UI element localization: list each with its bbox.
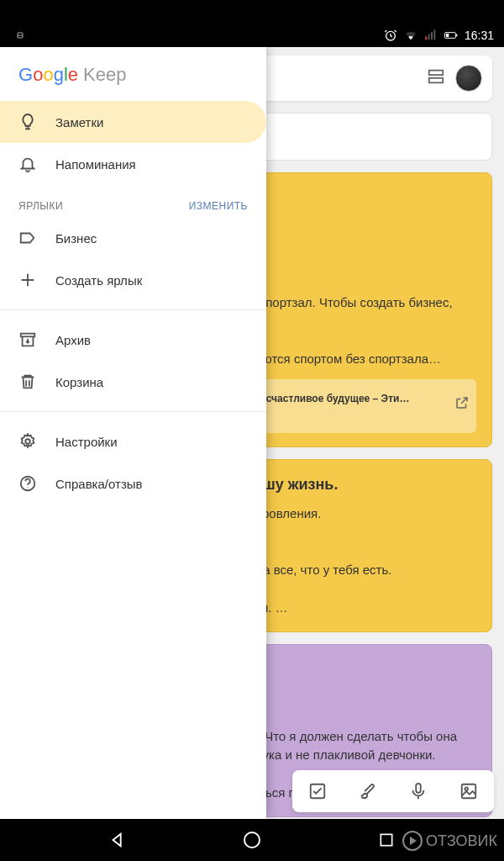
svg-point-14 (465, 787, 468, 790)
drawer-header: Google Keep (0, 47, 266, 101)
gear-icon (18, 432, 37, 451)
view-toggle-icon[interactable] (427, 67, 445, 89)
drawer-item-label: Заметки (55, 115, 103, 129)
home-button[interactable] (239, 827, 265, 853)
archive-icon (18, 330, 37, 349)
watermark: ОТЗОВИК (402, 831, 497, 851)
svg-rect-4 (431, 32, 433, 40)
drawer-item-settings[interactable]: Настройки (0, 420, 266, 462)
divider (0, 309, 266, 310)
play-icon (402, 831, 423, 851)
svg-rect-15 (21, 334, 35, 337)
svg-rect-10 (429, 78, 444, 83)
svg-point-18 (244, 832, 260, 848)
drawer-item-label: Архив (55, 333, 91, 347)
drawer-item-label-business[interactable]: Бизнес (0, 217, 266, 259)
drawer-item-archive[interactable]: Архив (0, 319, 266, 361)
status-time: 16:31 (465, 29, 494, 42)
drawer-item-label: Создать ярлык (55, 273, 142, 288)
drawer-item-create-label[interactable]: Создать ярлык (0, 259, 266, 301)
lightbulb-icon (18, 113, 37, 131)
mic-icon[interactable] (406, 779, 431, 804)
navigation-drawer: Google Keep Заметки Напоминания ЯРЛЫКИ И… (0, 47, 266, 819)
trash-icon (18, 372, 37, 391)
drawer-item-label: Бизнес (55, 231, 97, 246)
svg-rect-12 (416, 784, 421, 793)
battery-icon (444, 29, 458, 42)
back-button[interactable] (105, 827, 130, 853)
svg-rect-5 (433, 29, 435, 40)
drawer-item-help[interactable]: Справка/отзыв (0, 462, 266, 504)
svg-rect-7 (456, 34, 457, 37)
picture-icon (10, 29, 24, 42)
drawer-item-notes[interactable]: Заметки (0, 101, 266, 143)
svg-rect-8 (446, 34, 449, 37)
alarm-icon (384, 29, 397, 42)
drawer-item-trash[interactable]: Корзина (0, 361, 266, 403)
status-bar: 16:31 (0, 24, 504, 47)
svg-rect-19 (381, 834, 391, 845)
help-icon (18, 474, 37, 493)
drawer-item-label: Настройки (55, 435, 118, 449)
bell-icon (18, 155, 37, 173)
wifi-icon (404, 29, 417, 42)
svg-rect-2 (425, 36, 427, 40)
labels-edit-link[interactable]: ИЗМЕНИТЬ (189, 200, 248, 212)
image-icon[interactable] (456, 779, 481, 804)
plus-icon (18, 271, 37, 289)
bottom-toolbar (292, 770, 494, 812)
google-keep-logo: Google Keep (18, 64, 248, 86)
drawer-item-label: Справка/отзыв (55, 477, 143, 491)
brush-icon[interactable] (355, 779, 381, 804)
labels-title: ЯРЛЫКИ (18, 200, 63, 212)
drawer-item-label: Корзина (55, 375, 103, 389)
svg-point-16 (25, 439, 30, 444)
avatar[interactable] (455, 65, 482, 92)
drawer-item-reminders[interactable]: Напоминания (0, 143, 266, 185)
svg-rect-3 (428, 34, 430, 40)
signal-icon (424, 29, 438, 42)
label-icon (18, 229, 37, 247)
labels-section-header: ЯРЛЫКИ ИЗМЕНИТЬ (0, 185, 266, 217)
open-link-icon[interactable] (454, 395, 470, 416)
recent-button[interactable] (374, 827, 399, 853)
svg-rect-9 (429, 71, 444, 76)
divider (0, 411, 266, 412)
checkbox-icon[interactable] (305, 779, 330, 804)
drawer-item-label: Напоминания (55, 157, 136, 172)
